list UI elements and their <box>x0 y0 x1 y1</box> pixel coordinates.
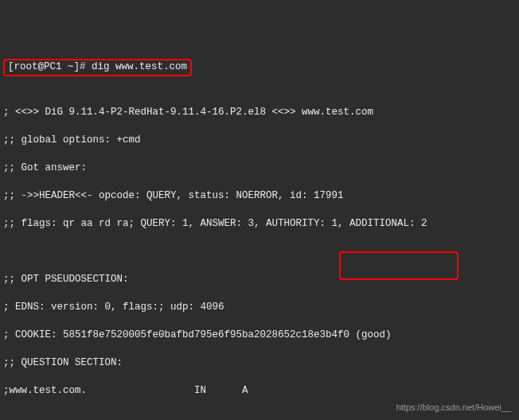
watermark: https://blog.csdn.net/Howei__ <box>396 402 511 414</box>
header-line: ;; ->>HEADER<<- opcode: QUERY, status: N… <box>3 189 516 204</box>
edns-line: ; EDNS: version: 0, flags:; udp: 4096 <box>3 301 516 315</box>
question-row: ;www.test.com. IN A <box>3 384 516 399</box>
shell-prompt: [root@PC1 ~]# <box>8 61 86 72</box>
cookie-line: ; COOKIE: 5851f8e7520005fe0bafbd795e6f95… <box>3 329 516 343</box>
shell-command[interactable]: dig www.test.com <box>92 61 187 72</box>
global-options: ;; global options: +cmd <box>3 134 516 148</box>
blank-line <box>3 245 516 259</box>
blank-line <box>3 78 516 92</box>
dig-banner: ; <<>> DiG 9.11.4-P2-RedHat-9.11.4-16.P2… <box>3 106 516 120</box>
command-highlight: [root@PC1 ~]# dig www.test.com <box>3 59 192 76</box>
flags-line: ;; flags: qr aa rd ra; QUERY: 1, ANSWER:… <box>3 217 516 231</box>
opt-pseudosection-header: ;; OPT PSEUDOSECTION: <box>3 273 516 287</box>
got-answer: ;; Got answer: <box>3 161 516 176</box>
question-section-header: ;; QUESTION SECTION: <box>3 356 516 371</box>
